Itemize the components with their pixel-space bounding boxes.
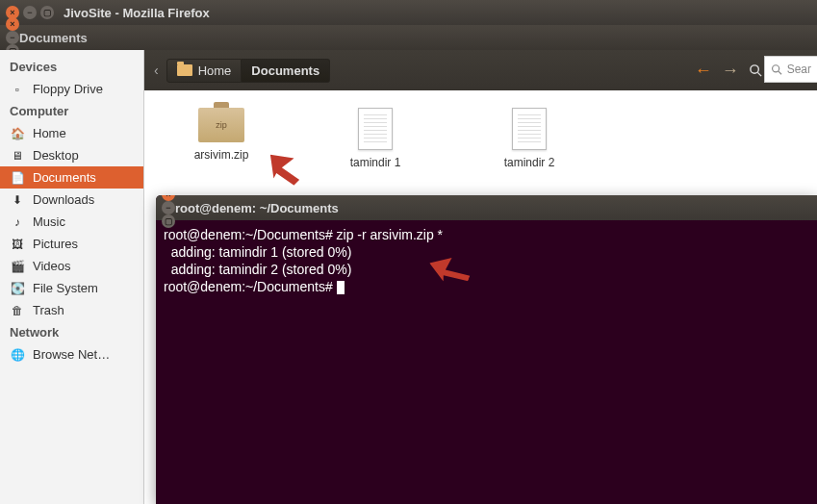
toolbar: ‹ Home Documents ← → Search (144, 50, 817, 90)
svg-point-0 (751, 64, 758, 72)
fm-title: Documents (19, 31, 88, 45)
sidebar-item-label: Trash (33, 303, 64, 317)
chevron-left-icon[interactable]: ‹ (154, 63, 159, 78)
disk-icon: 💽 (10, 282, 25, 295)
file-item-text[interactable]: tamindir 2 (481, 108, 577, 169)
file-item-text[interactable]: tamindir 1 (327, 108, 423, 169)
firefox-titlebar: × − ▢ JivoSite - Mozilla Firefox (0, 0, 817, 25)
breadcrumb-home[interactable]: Home (166, 59, 243, 83)
videos-icon: 🎬 (10, 260, 25, 273)
minimize-icon[interactable]: − (162, 201, 175, 214)
pictures-icon: 🖼 (10, 238, 25, 251)
sidebar: Devices ▫ Floppy Drive Computer 🏠 Home 🖥… (0, 50, 144, 504)
minimize-icon[interactable]: − (23, 6, 37, 19)
breadcrumb: Home Documents (166, 59, 330, 83)
search-placeholder: Sear (787, 63, 811, 76)
text-file-icon (358, 108, 393, 150)
file-label: tamindir 1 (350, 156, 401, 169)
breadcrumb-current-label: Documents (251, 63, 319, 78)
floppy-icon: ▫ (10, 83, 25, 96)
svg-line-3 (779, 71, 781, 74)
sidebar-section-network: Network (0, 321, 143, 343)
desktop-icon: 🖥 (10, 149, 25, 163)
breadcrumb-home-label: Home (198, 63, 232, 78)
sidebar-item-music[interactable]: ♪ Music (0, 211, 143, 233)
filemanager-titlebar: × − ▢ Documents (0, 25, 817, 50)
sidebar-item-label: Pictures (33, 237, 78, 251)
sidebar-item-documents[interactable]: 📄 Documents (0, 166, 143, 189)
sidebar-item-videos[interactable]: 🎬 Videos (0, 255, 143, 277)
network-icon: 🌐 (10, 348, 25, 362)
sidebar-item-label: Home (33, 126, 66, 140)
zip-icon: zip (198, 108, 244, 142)
sidebar-item-home[interactable]: 🏠 Home (0, 122, 143, 144)
sidebar-item-trash[interactable]: 🗑 Trash (0, 299, 143, 321)
search-icon (771, 63, 783, 77)
sidebar-item-label: Browse Net… (33, 347, 110, 362)
sidebar-item-label: Videos (33, 259, 71, 273)
downloads-icon: ⬇ (10, 193, 25, 207)
sidebar-section-computer: Computer (0, 100, 143, 122)
svg-point-2 (773, 64, 779, 71)
sidebar-section-devices: Devices (0, 56, 143, 78)
nav-forward-icon[interactable]: → (722, 61, 739, 81)
folder-icon (177, 64, 192, 76)
nav-back-icon[interactable]: ← (695, 61, 712, 81)
sidebar-item-label: Downloads (33, 192, 94, 207)
cursor-icon (337, 281, 345, 294)
terminal-window: × − ▢ root@denem: ~/Documents root@denem… (156, 195, 817, 504)
terminal-output[interactable]: root@denem:~/Documents# zip -r arsivim.z… (156, 220, 817, 301)
search-input[interactable]: Sear (764, 56, 817, 83)
close-icon[interactable]: × (6, 17, 19, 31)
home-icon: 🏠 (10, 127, 25, 140)
maximize-icon[interactable]: ▢ (40, 6, 54, 19)
terminal-window-controls: × − ▢ (162, 195, 175, 228)
svg-line-1 (757, 72, 761, 76)
sidebar-item-downloads[interactable]: ⬇ Downloads (0, 189, 143, 211)
file-item-zip[interactable]: zip arsivim.zip (173, 108, 269, 169)
text-file-icon (512, 108, 547, 150)
sidebar-item-label: Desktop (33, 148, 79, 163)
sidebar-item-pictures[interactable]: 🖼 Pictures (0, 233, 143, 255)
firefox-title: JivoSite - Mozilla Firefox (64, 6, 210, 20)
sidebar-item-label: Music (33, 214, 65, 229)
file-label: arsivim.zip (194, 148, 249, 162)
trash-icon: 🗑 (10, 304, 25, 317)
terminal-title: root@denem: ~/Documents (175, 201, 339, 215)
terminal-titlebar: × − ▢ root@denem: ~/Documents (156, 195, 817, 220)
documents-icon: 📄 (10, 171, 25, 185)
sidebar-item-floppy[interactable]: ▫ Floppy Drive (0, 78, 143, 100)
breadcrumb-documents[interactable]: Documents (242, 59, 330, 83)
search-icon (749, 63, 763, 78)
minimize-icon[interactable]: − (6, 31, 19, 44)
music-icon: ♪ (10, 215, 25, 229)
sidebar-item-browse-network[interactable]: 🌐 Browse Net… (0, 343, 143, 365)
sidebar-item-label: Floppy Drive (33, 82, 103, 96)
sidebar-item-label: Documents (33, 170, 96, 185)
sidebar-item-desktop[interactable]: 🖥 Desktop (0, 144, 143, 166)
file-label: tamindir 2 (504, 156, 555, 169)
sidebar-item-filesystem[interactable]: 💽 File System (0, 277, 143, 299)
sidebar-item-label: File System (33, 281, 98, 295)
